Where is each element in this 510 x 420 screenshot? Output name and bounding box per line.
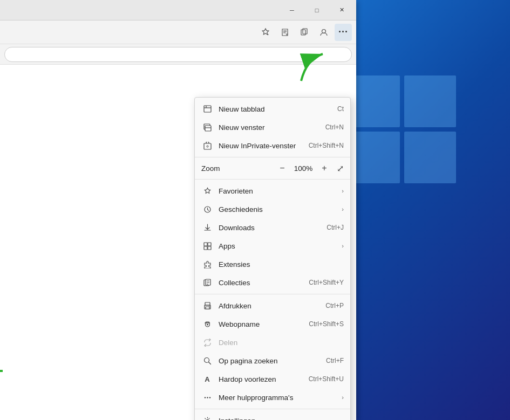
menu-item-find[interactable]: Op pagina zoeken Ctrl+F [195, 352, 350, 370]
menu-item-more-tools[interactable]: Meer hulpprogramma's › [195, 388, 350, 407]
svg-point-22 [204, 397, 205, 398]
svg-rect-6 [204, 143, 211, 149]
maximize-button[interactable]: □ [304, 2, 329, 19]
menu-item-share: Delen [195, 333, 350, 352]
settings-icon [201, 415, 213, 420]
collections-label: Collecties [219, 279, 304, 287]
new-window-shortcut: Ctrl+N [325, 123, 344, 131]
history-icon [201, 203, 213, 215]
divider-1 [195, 157, 350, 157]
history-arrow-icon: › [342, 206, 344, 212]
menu-item-print[interactable]: Afdrukken Ctrl+P [195, 297, 350, 315]
browser-toolbar: ··· [0, 20, 356, 44]
menu-item-websnap[interactable]: Webopname Ctrl+Shift+S [195, 315, 350, 333]
reading-list-icon [281, 28, 289, 37]
svg-point-24 [209, 397, 210, 398]
print-label: Afdrukken [219, 302, 321, 310]
find-shortcut: Ctrl+F [326, 357, 344, 364]
collections-menu-icon [201, 277, 213, 288]
apps-icon [201, 240, 213, 252]
menu-item-collections[interactable]: Collecties Ctrl+Shift+Y [195, 273, 350, 292]
find-label: Op pagina zoeken [219, 357, 322, 365]
menu-item-read-aloud[interactable]: A Hardop voorlezen Ctrl+Shift+U [195, 370, 350, 388]
history-label: Geschiedenis [219, 205, 339, 214]
downloads-label: Downloads [219, 224, 322, 232]
svg-point-20 [207, 323, 208, 325]
menu-item-new-window[interactable]: Nieuw venster Ctrl+N [195, 118, 350, 136]
collections-button[interactable] [296, 24, 313, 41]
address-bar[interactable] [4, 47, 352, 62]
downloads-icon [201, 222, 213, 233]
inprivate-shortcut: Ctrl+Shift+N [309, 142, 344, 149]
inprivate-label: Nieuw InPrivate-venster [219, 142, 304, 150]
menu-item-favorites[interactable]: Favorieten › [195, 182, 350, 200]
svg-rect-11 [204, 246, 207, 250]
websnap-icon [201, 318, 213, 330]
favorites-star-icon [261, 28, 270, 37]
menu-button[interactable]: ··· [335, 24, 352, 41]
svg-rect-12 [208, 246, 211, 250]
zoom-in-button[interactable]: + [318, 162, 330, 174]
svg-point-23 [207, 397, 208, 398]
collections-icon [300, 28, 309, 37]
settings-label: Instellingen [219, 417, 344, 421]
profile-icon [319, 28, 328, 37]
svg-rect-17 [206, 307, 209, 309]
context-menu: Nieuw tabblad Ct Nieuw venster Ctrl+N [194, 97, 351, 420]
favorites-menu-icon [201, 185, 213, 197]
favorites-button[interactable] [257, 24, 274, 41]
zoom-out-button[interactable]: − [276, 162, 288, 174]
menu-item-extensions[interactable]: Extensies [195, 255, 350, 273]
svg-rect-9 [204, 243, 207, 246]
menu-item-downloads[interactable]: Downloads Ctrl+J [195, 218, 350, 237]
new-tab-icon [201, 103, 213, 115]
close-button[interactable]: ✕ [329, 2, 354, 19]
share-label: Delen [219, 339, 344, 347]
menu-item-inprivate[interactable]: Nieuw InPrivate-venster Ctrl+Shift+N [195, 136, 350, 155]
more-tools-arrow-icon: › [342, 394, 344, 401]
svg-point-7 [207, 146, 208, 147]
menu-item-history[interactable]: Geschiedenis › [195, 200, 350, 218]
fullscreen-button[interactable]: ⤢ [337, 163, 344, 174]
apps-arrow-icon: › [342, 243, 344, 249]
desktop: ─ □ ✕ [0, 0, 510, 420]
downloads-shortcut: Ctrl+J [327, 224, 344, 231]
desktop-logo [348, 75, 467, 194]
favorites-arrow-icon: › [342, 188, 344, 194]
svg-rect-10 [208, 243, 211, 246]
divider-2 [195, 179, 350, 180]
more-tools-icon [201, 391, 213, 403]
print-shortcut: Ctrl+P [325, 302, 344, 309]
new-tab-label: Nieuw tabblad [219, 105, 333, 113]
read-aloud-label: Hardop voorlezen [219, 375, 304, 383]
new-window-icon [201, 121, 213, 133]
share-icon [201, 336, 213, 348]
browser-window: ─ □ ✕ [0, 0, 356, 420]
title-bar: ─ □ ✕ [0, 0, 356, 20]
find-icon [201, 355, 213, 367]
zoom-row: Zoom − 100% + ⤢ [195, 160, 350, 177]
websnap-label: Webopname [219, 320, 304, 328]
svg-rect-5 [205, 126, 211, 131]
extensions-icon [201, 258, 213, 270]
profile-button[interactable] [315, 24, 332, 41]
read-aloud-shortcut: Ctrl+Shift+U [309, 375, 344, 383]
address-bar-row [0, 44, 356, 65]
minimize-button[interactable]: ─ [280, 2, 304, 19]
more-tools-label: Meer hulpprogramma's [219, 394, 339, 402]
inprivate-icon [201, 140, 213, 152]
content-area: Nieuw tabblad Ct Nieuw venster Ctrl+N [0, 65, 356, 420]
websnap-shortcut: Ctrl+Shift+S [309, 320, 344, 328]
arrow-bottom [0, 360, 11, 384]
extensions-label: Extensies [219, 260, 344, 268]
reading-list-button[interactable] [276, 24, 294, 41]
collections-shortcut: Ctrl+Shift+Y [309, 279, 344, 286]
zoom-value: 100% [293, 164, 314, 173]
window-controls: ─ □ ✕ [280, 2, 354, 19]
menu-item-settings[interactable]: Instellingen [195, 411, 350, 420]
menu-item-apps[interactable]: Apps › [195, 237, 350, 255]
favorites-menu-label: Favorieten [219, 187, 339, 195]
svg-point-18 [209, 306, 210, 307]
apps-label: Apps [219, 242, 339, 250]
menu-item-new-tab[interactable]: Nieuw tabblad Ct [195, 100, 350, 118]
